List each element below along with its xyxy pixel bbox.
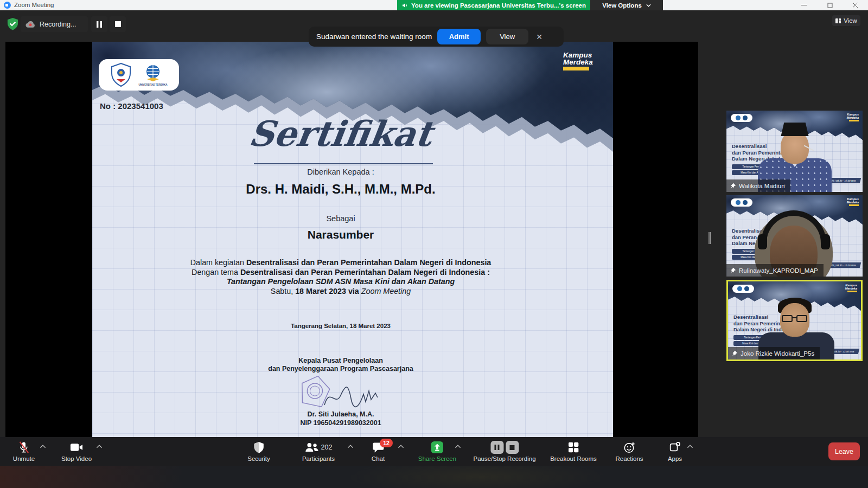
stop-video-button[interactable]: Stop Video: [61, 437, 92, 466]
participant1-face: [781, 131, 809, 164]
certificate-body-line3: Tantangan Pengelolaan SDM ASN Masa Kini …: [92, 277, 589, 287]
certificate-place-date: Tangerang Selatan, 18 Maret 2023: [92, 323, 589, 329]
participant-name: Rulinawaty_KAPRODI_MAP: [739, 267, 818, 274]
window-controls: [792, 0, 868, 10]
reactions-icon: [623, 441, 635, 454]
participants-count: 202: [321, 444, 333, 451]
certificate-body-line2: Dengan tema Desentralisasi dan Peran Pem…: [92, 268, 589, 278]
tile-kampus-merdeka: KampusMerdeka: [847, 113, 859, 121]
breakout-rooms-label: Breakout Rooms: [550, 455, 597, 462]
recording-label: Recording...: [40, 21, 76, 28]
waiting-room-notification: Sudarwan entered the waiting room Admit …: [309, 27, 564, 47]
certificate-signer-nip: NIP 196504291989032001: [92, 419, 589, 427]
pin-icon: [731, 350, 738, 357]
share-screen-button[interactable]: Share Screen: [418, 437, 456, 466]
unmute-button[interactable]: Unmute: [13, 437, 35, 466]
video-tile-rulinawaty[interactable]: KampusMerdeka Desentralisasidan Peran Pe…: [726, 195, 863, 277]
tile-logo-pill: [732, 285, 754, 293]
participants-chevron-icon[interactable]: [348, 445, 354, 448]
kampus-merdeka-logo: Kampus Merdeka: [563, 52, 593, 70]
certificate-title: Sertifikat: [92, 113, 592, 154]
chevron-down-icon: [646, 4, 651, 7]
signer-role-line2: dan Penyelenggaraan Program Pascasarjana: [92, 365, 589, 373]
apps-button[interactable]: Apps: [668, 437, 682, 466]
stop-icon[interactable]: [506, 441, 519, 454]
viewing-banner-text: You are viewing Pascasarjana Universitas…: [411, 2, 586, 9]
unmute-chevron-icon[interactable]: [40, 445, 46, 448]
share-screen-label: Share Screen: [418, 455, 456, 462]
security-label: Security: [247, 455, 270, 462]
video-chevron-icon[interactable]: [97, 445, 103, 448]
certificate-body-line4: Sabtu, 18 Maret 2023 via Zoom Meeting: [92, 287, 589, 297]
video-camera-icon: [70, 441, 84, 454]
admit-button[interactable]: Admit: [437, 29, 481, 44]
kampus-merdeka-line2: Merdeka: [563, 59, 593, 66]
reactions-label: Reactions: [615, 455, 643, 462]
pin-icon: [730, 183, 736, 189]
participant3-glasses: [782, 315, 793, 322]
certificate-body-line1: Dalam kegiatan Desentralisasi dan Peran …: [92, 258, 589, 268]
participant3-glasses: [796, 315, 807, 322]
security-button[interactable]: Security: [247, 437, 270, 466]
close-button[interactable]: [843, 0, 868, 10]
kampus-merdeka-bar: [563, 67, 589, 70]
chat-chevron-icon[interactable]: [398, 445, 404, 448]
share-chevron-icon[interactable]: [455, 445, 461, 448]
certificate-title-underline: [254, 163, 433, 164]
zoom-app-icon: [4, 2, 11, 9]
view-button-label: View: [844, 17, 857, 24]
reactions-button[interactable]: Reactions: [615, 437, 643, 466]
stop-recording-button[interactable]: [110, 16, 126, 32]
notification-view-button[interactable]: View: [486, 29, 528, 44]
tile-kampus-merdeka: KampusMerdeka: [847, 198, 859, 206]
pause-icon[interactable]: [490, 441, 503, 454]
pin-icon: [730, 267, 736, 274]
certificate-signer-name: Dr. Siti Julaeha, M.A.: [92, 410, 589, 418]
participant-name-tag: Rulinawaty_KAPRODI_MAP: [726, 264, 824, 277]
notification-close-icon[interactable]: ✕: [536, 33, 542, 41]
recording-controls-icons: [490, 441, 519, 454]
certificate-recipient-name: Drs. H. Maidi, S.H., M.M., M.Pd.: [92, 182, 589, 197]
tile-kampus-merdeka: KampusMerdeka: [845, 284, 857, 292]
view-layout-icon: [835, 18, 841, 24]
view-options-label: View Options: [602, 2, 642, 9]
leave-button[interactable]: Leave: [828, 442, 860, 460]
participants-button[interactable]: 202 Participants: [302, 437, 335, 466]
tile-logo-pill: [731, 198, 752, 207]
ut-logo-group: UNIVERSITAS TERBUKA: [138, 64, 167, 86]
breakout-rooms-icon: [567, 441, 579, 454]
recording-cloud-icon: [25, 20, 36, 28]
stop-video-label: Stop Video: [61, 455, 92, 462]
zoom-toolbar: Unmute Stop Video Security 202 Participa…: [0, 437, 868, 466]
certificate-given-to: Diberikan Kepada :: [92, 168, 589, 176]
certificate-body: Dalam kegiatan Desentralisasi dan Peran …: [92, 258, 589, 296]
apps-icon: [669, 441, 681, 454]
participant-name-tag: Walikota Madiun: [726, 179, 790, 192]
certificate-signer-role: Kepala Pusat Pengelolaan dan Penyelengga…: [92, 357, 589, 373]
tile-logo-pill: [731, 114, 752, 122]
apps-chevron-icon[interactable]: [687, 445, 693, 448]
participants-icon: 202: [305, 441, 333, 454]
chat-unread-badge: 12: [380, 439, 393, 447]
video-tile-walikota-madiun[interactable]: KampusMerdeka Desentralisasidan Peran Pe…: [726, 111, 863, 192]
security-shield-icon: [253, 441, 264, 454]
gallery-view-button[interactable]: View: [832, 15, 860, 26]
share-screen-icon: [431, 441, 444, 454]
pause-stop-recording-label: Pause/Stop Recording: [473, 455, 535, 462]
pause-stop-recording-button[interactable]: Pause/Stop Recording: [473, 437, 535, 466]
shared-screen-area: UNIVERSITAS TERBUKA Kampus Merdeka No : …: [5, 42, 698, 437]
maximize-button[interactable]: [817, 0, 843, 10]
unmute-label: Unmute: [13, 455, 35, 462]
participant-name-tag: Joko Rizkie Widokarti_P5s: [728, 347, 820, 359]
video-tile-joko-active-speaker[interactable]: KampusMerdeka Desentralisasidan Peran Pe…: [726, 280, 863, 361]
breakout-rooms-button[interactable]: Breakout Rooms: [550, 437, 597, 466]
security-shield-badge: [7, 17, 19, 31]
view-options-button[interactable]: View Options: [590, 0, 663, 10]
university-logos-pill: UNIVERSITAS TERBUKA: [99, 59, 179, 91]
panel-resize-handle[interactable]: [709, 232, 711, 244]
participant1-cap: [779, 123, 810, 136]
viewing-screen-banner: You are viewing Pascasarjana Universitas…: [397, 0, 590, 10]
pause-recording-button[interactable]: [91, 16, 107, 32]
minimize-button[interactable]: [792, 0, 817, 10]
certificate-slide: UNIVERSITAS TERBUKA Kampus Merdeka No : …: [92, 42, 613, 437]
